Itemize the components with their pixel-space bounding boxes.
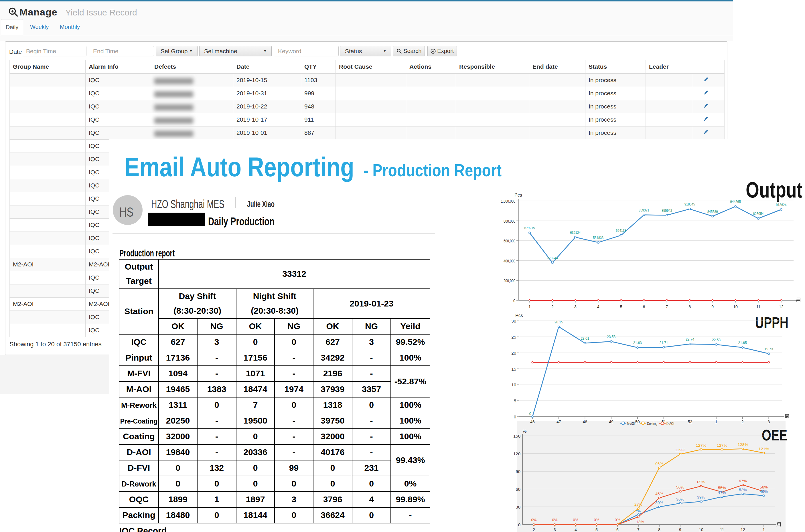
svg-text:- Production Report: - Production Report [363, 160, 502, 180]
svg-text:48: 48 [583, 420, 587, 424]
svg-text:23.01: 23.01 [581, 336, 589, 341]
svg-text:%: % [523, 429, 526, 434]
svg-text:0: 0 [529, 412, 531, 416]
svg-text:Coating: Coating [647, 421, 657, 426]
svg-text:2: 2 [742, 420, 744, 424]
svg-text:OEE: OEE [762, 426, 787, 443]
svg-text:400,000: 400,000 [504, 259, 515, 263]
svg-text:9: 9 [711, 304, 714, 309]
svg-text:46: 46 [530, 420, 535, 424]
svg-text:Daily Production: Daily Production [208, 215, 275, 228]
svg-text:581833: 581833 [593, 235, 603, 240]
svg-text:121%: 121% [759, 447, 769, 451]
svg-text:11: 11 [720, 528, 724, 532]
svg-text:855942: 855942 [661, 208, 672, 213]
svg-text:2: 2 [551, 304, 554, 309]
svg-text:11: 11 [756, 304, 761, 309]
svg-text:4: 4 [575, 528, 577, 532]
svg-text:1: 1 [528, 304, 531, 309]
svg-text:5: 5 [620, 304, 622, 309]
svg-text:0%: 0% [573, 518, 579, 522]
svg-text:1: 1 [763, 528, 765, 532]
svg-text:600,000: 600,000 [504, 239, 515, 243]
svg-text:49: 49 [609, 420, 614, 424]
svg-text:0%: 0% [615, 518, 620, 522]
svg-text:HZO Shanghai MES: HZO Shanghai MES [151, 198, 224, 210]
svg-text:120: 120 [513, 451, 521, 456]
svg-text:55%: 55% [718, 486, 726, 490]
svg-text:0%: 0% [531, 518, 537, 522]
svg-text:UPPH: UPPH [755, 314, 788, 331]
svg-text:10: 10 [733, 304, 738, 309]
svg-text:635124: 635124 [570, 230, 581, 235]
svg-text:944265: 944265 [730, 200, 741, 204]
svg-text:859371: 859371 [639, 208, 649, 212]
svg-text:119%: 119% [675, 448, 686, 452]
svg-text:9: 9 [679, 528, 681, 532]
svg-text:1: 1 [715, 420, 717, 424]
svg-text:21.65: 21.65 [738, 341, 747, 345]
svg-text:127%: 127% [696, 443, 707, 448]
svg-text:10: 10 [511, 382, 516, 387]
svg-text:36%: 36% [676, 497, 684, 501]
svg-text:0: 0 [513, 298, 515, 303]
svg-text:21.71: 21.71 [659, 341, 668, 345]
svg-text:5: 5 [596, 528, 598, 532]
svg-text:0: 0 [514, 414, 516, 419]
svg-text:0%: 0% [552, 518, 558, 522]
svg-text:65%: 65% [697, 480, 705, 484]
svg-text:30: 30 [511, 319, 516, 323]
svg-text:913624: 913624 [776, 203, 786, 207]
svg-text:12: 12 [779, 304, 784, 309]
svg-text:Production report: Production report [119, 248, 175, 259]
svg-text:M-AOI: M-AOI [627, 421, 635, 426]
svg-text:6: 6 [616, 528, 619, 532]
svg-text:7: 7 [637, 528, 639, 532]
svg-text:56%: 56% [676, 485, 684, 489]
svg-text:Julie Xiao: Julie Xiao [247, 199, 275, 209]
svg-text:8: 8 [689, 304, 691, 309]
svg-text:13%: 13% [636, 520, 644, 524]
svg-text:28.15: 28.15 [555, 320, 563, 324]
svg-text:52: 52 [688, 420, 692, 424]
svg-text:22.58: 22.58 [712, 338, 720, 342]
svg-text:3: 3 [767, 420, 770, 424]
svg-text:47%: 47% [718, 491, 726, 495]
svg-text:19.73: 19.73 [764, 347, 773, 351]
svg-text:15: 15 [511, 366, 516, 372]
svg-text:23.53: 23.53 [607, 335, 616, 339]
svg-text:56%: 56% [760, 485, 768, 489]
svg-text:6: 6 [643, 304, 645, 309]
svg-text:17%: 17% [633, 509, 641, 513]
svg-text:Pcs: Pcs [515, 313, 523, 318]
svg-text:27%: 27% [634, 502, 642, 507]
svg-text:25: 25 [511, 335, 516, 339]
svg-text:800,000: 800,000 [504, 218, 515, 224]
svg-text:127%: 127% [716, 443, 727, 448]
svg-text:7: 7 [666, 304, 668, 309]
svg-text:0: 0 [518, 522, 521, 527]
svg-text:3: 3 [574, 304, 577, 309]
svg-text:39%: 39% [697, 495, 705, 499]
svg-text:2: 2 [533, 528, 535, 532]
svg-text:96%: 96% [655, 462, 663, 466]
svg-text:HS: HS [119, 205, 133, 220]
svg-text:12: 12 [741, 528, 745, 532]
svg-text:0%: 0% [594, 518, 599, 522]
svg-text:30: 30 [516, 505, 521, 509]
svg-text:20: 20 [511, 350, 516, 356]
svg-text:679215: 679215 [524, 226, 535, 230]
svg-text:654138: 654138 [616, 228, 626, 233]
svg-text:200,000: 200,000 [504, 278, 515, 283]
svg-text:50: 50 [635, 420, 640, 424]
svg-text:67%: 67% [739, 479, 747, 483]
svg-text:60: 60 [516, 487, 521, 492]
svg-text:823054: 823054 [753, 211, 764, 216]
svg-text:8: 8 [658, 528, 660, 532]
svg-text:49%: 49% [760, 489, 768, 494]
svg-text:Pcs: Pcs [514, 193, 522, 197]
svg-text:3: 3 [554, 528, 556, 532]
svg-text:21.63: 21.63 [633, 341, 642, 345]
svg-text:128%: 128% [737, 442, 748, 447]
svg-text:90: 90 [516, 469, 521, 474]
